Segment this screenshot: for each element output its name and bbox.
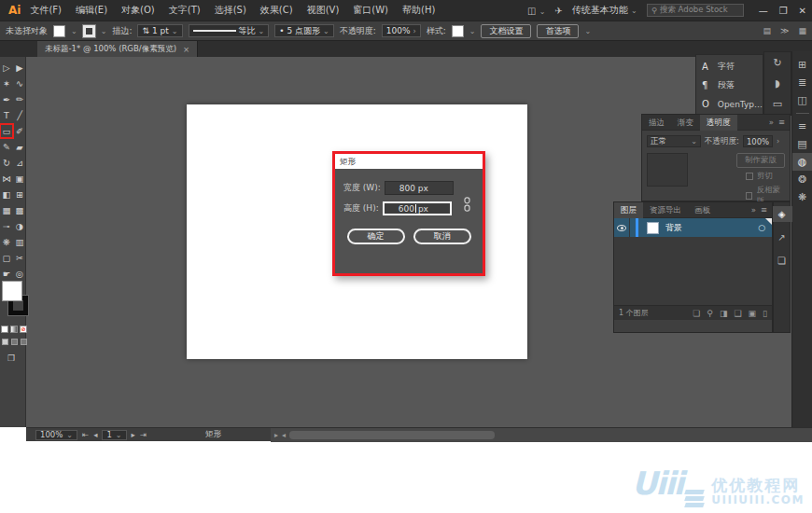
lasso-tool[interactable]: ∿ [16, 79, 23, 89]
collapse-icon[interactable]: » [751, 205, 756, 215]
magic-wand-tool[interactable]: ✶ [3, 79, 10, 89]
delete-layer-icon[interactable]: ▯ [763, 309, 767, 318]
link-dimensions-icon[interactable] [462, 197, 472, 215]
menu-effect[interactable]: 效果(C) [260, 4, 293, 17]
locate-object-icon[interactable]: ⚲ [707, 309, 713, 318]
layer-row-background[interactable]: 背景 ○ [614, 218, 772, 237]
appearance-panel-icon[interactable]: ▤ [792, 135, 812, 153]
zoom-tool[interactable]: ◎ [16, 270, 23, 279]
layer-name[interactable]: 背景 [665, 222, 682, 234]
stroke-dropdown-icon[interactable]: ⌄ [101, 27, 107, 35]
gradient-dock-icon[interactable]: ◗ [775, 77, 780, 90]
panel-menu-icon[interactable]: ≡ [761, 205, 767, 215]
tab-close-icon[interactable]: × [183, 45, 189, 54]
target-circle-icon[interactable]: ○ [758, 223, 765, 232]
restore-button[interactable]: ❐ [779, 6, 788, 16]
last-artboard-icon[interactable]: ⇥ [140, 430, 147, 439]
layer-thumbnail[interactable] [647, 222, 659, 234]
share-icon[interactable]: ✈ [554, 6, 562, 16]
pen-tool[interactable]: ✒ [3, 95, 10, 104]
blend-tool[interactable]: ◑ [16, 222, 23, 231]
stroke-color-swatch[interactable] [83, 25, 95, 37]
new-sublayer-icon[interactable]: ❑ [734, 309, 741, 318]
search-input[interactable]: ⚲ 搜索 Adobe Stock [647, 4, 744, 17]
graphic-styles-panel-icon[interactable]: ❂ [792, 171, 812, 188]
transform-panel-icon[interactable]: ⊞ [792, 56, 812, 74]
height-field[interactable]: 600px [383, 201, 452, 215]
draw-normal-mode[interactable] [2, 339, 8, 345]
artboards-panel-icon[interactable]: ❏ [772, 253, 792, 269]
panel-menu-icon[interactable]: ≡ [778, 118, 785, 127]
make-clip-mask-icon[interactable]: ◨ [720, 309, 728, 318]
draw-inside-mode[interactable] [21, 339, 27, 345]
next-artboard-icon[interactable]: ▸ [132, 430, 135, 439]
type-tool[interactable]: T [4, 111, 9, 120]
document-setup-button[interactable]: 文档设置 [481, 24, 531, 38]
artboard-tool[interactable]: ▢ [3, 254, 11, 263]
draw-behind-mode[interactable] [11, 339, 18, 345]
gradient-tool[interactable]: ▩ [16, 206, 24, 215]
panel-opacity-field[interactable]: 100% [743, 135, 773, 147]
stroke-panel-icon[interactable]: ≡ [792, 118, 812, 135]
tab-transparency[interactable]: 透明度 [700, 115, 737, 131]
zoom-level-select[interactable]: 100%⌄ [35, 430, 77, 440]
clip-checkbox[interactable]: 剪切 [746, 171, 773, 182]
scale-tool[interactable]: ⊿ [16, 159, 23, 168]
collapse-icon[interactable]: » [769, 118, 774, 127]
menu-view[interactable]: 视图(V) [307, 4, 340, 17]
fill-color-swatch[interactable] [53, 25, 65, 37]
fill-dropdown-icon[interactable]: ⌄ [71, 27, 77, 35]
minimize-button[interactable]: — [759, 6, 768, 16]
arrange-documents-icon[interactable]: ◫ ⌄ [527, 6, 545, 16]
grid-shortcut-icon[interactable]: ▦ [798, 26, 806, 35]
make-mask-button[interactable]: 制作蒙版 [736, 153, 785, 168]
none-button[interactable]: ⊘ [20, 326, 27, 333]
collect-for-export-icon[interactable]: ❏ [693, 309, 700, 318]
column-graph-tool[interactable]: ▥ [16, 238, 24, 247]
tab-asset-export[interactable]: 资源导出 [643, 202, 688, 218]
style-swatch[interactable] [452, 25, 464, 37]
ai-logo[interactable]: Ai [8, 4, 21, 17]
layers-panel-icon[interactable]: ◈ [772, 206, 792, 222]
expand-dock-icon[interactable]: ≫ [780, 26, 789, 35]
first-artboard-icon[interactable]: ⇤ [82, 430, 89, 439]
shape-builder-tool[interactable]: ◧ [3, 190, 11, 200]
pencil-tool[interactable]: ✎ [3, 143, 10, 152]
brush-definition-dropdown[interactable]: • 5 点圆形 ⌄ [274, 24, 333, 37]
tab-artboards[interactable]: 画板 [688, 202, 717, 218]
tab-stroke[interactable]: 描边 [642, 115, 671, 131]
cancel-button[interactable]: 取消 [413, 229, 471, 244]
screen-mode-button[interactable]: ❐ [7, 354, 15, 363]
scrollbar-thumb[interactable] [289, 431, 495, 439]
direct-selection-tool[interactable]: ▷ [3, 63, 9, 73]
eraser-tool[interactable]: ▰ [16, 143, 22, 152]
blend-mode-select[interactable]: 正常 ⌄ [647, 135, 701, 147]
opacity-field[interactable]: 100% › [382, 24, 421, 37]
artboard-number-select[interactable]: 1⌄ [102, 430, 126, 440]
menu-object[interactable]: 对象(O) [121, 4, 155, 17]
pathfinder-panel-icon[interactable]: ◫ [792, 91, 812, 109]
tab-layers[interactable]: 图层 [614, 202, 643, 218]
prev-artboard-icon[interactable]: ◂ [93, 430, 97, 439]
visibility-cell[interactable] [614, 218, 630, 237]
symbol-sprayer-tool[interactable]: ❋ [3, 238, 10, 247]
brushes-dock-icon[interactable]: ↻ [773, 57, 781, 69]
new-layer-icon[interactable]: ▣ [749, 309, 757, 318]
stepper-icon[interactable]: ⇅ [142, 26, 149, 35]
slice-tool[interactable]: ✂ [16, 254, 23, 263]
hand-tool[interactable]: ☛ [3, 270, 11, 279]
selection-tool[interactable]: ▶ [16, 63, 22, 73]
scroll-right-icon[interactable]: ◂ [282, 431, 286, 439]
mesh-tool[interactable]: ▦ [3, 206, 11, 215]
line-segment-tool[interactable]: ╱ [17, 111, 22, 120]
document-tab[interactable]: 未标题-1* @ 100% (RGB/像素预览) × [37, 41, 198, 57]
fill-swatch[interactable] [2, 281, 22, 301]
opacity-expand-icon[interactable]: › [777, 137, 779, 146]
symbols-panel-icon[interactable]: ❋ [792, 188, 812, 206]
menu-select[interactable]: 选择(S) [215, 4, 246, 17]
menu-window[interactable]: 窗口(W) [353, 4, 388, 17]
color-button[interactable] [1, 326, 8, 333]
menu-help[interactable]: 帮助(H) [402, 4, 435, 17]
curvature-tool[interactable]: ✏ [16, 95, 23, 104]
preferences-button[interactable]: 首选项 [537, 24, 579, 38]
